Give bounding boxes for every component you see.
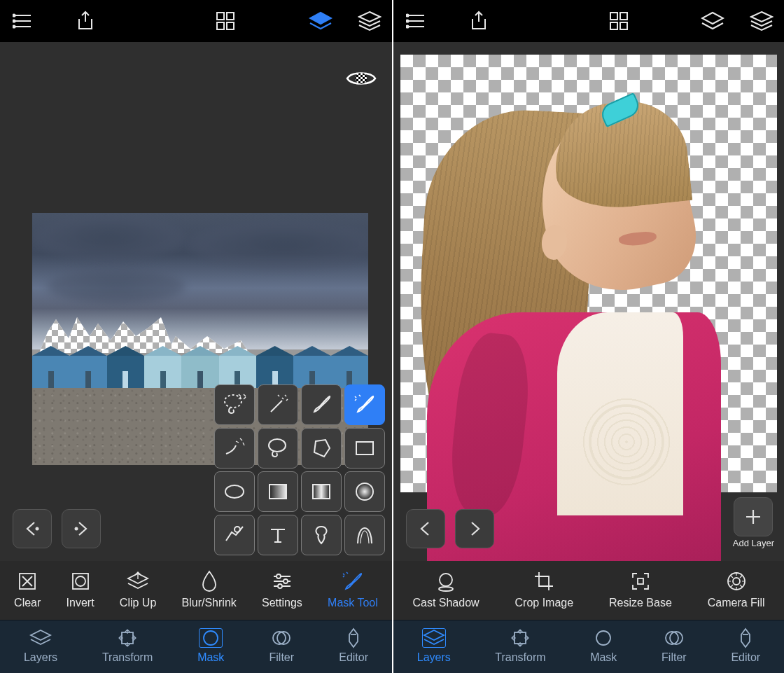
canvas[interactable] [0, 42, 392, 561]
canvas[interactable]: Add Layer [393, 42, 784, 561]
layers-stack-icon[interactable] [748, 7, 776, 35]
redo-button[interactable] [62, 509, 101, 548]
share-icon[interactable] [71, 7, 99, 35]
undo-button[interactable] [406, 509, 445, 548]
svg-rect-38 [610, 13, 617, 20]
svg-point-15 [225, 395, 241, 408]
mask-editor-screen: Clear Invert Clip Up Blur/Shrink Setting… [0, 0, 392, 673]
invert-button[interactable]: Invert [66, 570, 94, 609]
nav-filter[interactable]: Filter [662, 627, 687, 664]
svg-marker-43 [751, 12, 772, 22]
ellipse-tool-icon[interactable] [214, 471, 255, 512]
list-icon[interactable] [8, 7, 36, 35]
mask-tool-palette [214, 384, 385, 555]
svg-point-32 [204, 631, 218, 645]
svg-rect-19 [270, 485, 286, 499]
camerafill-button[interactable]: Camera Fill [708, 570, 765, 609]
clipup-label: Clip Up [120, 597, 156, 609]
invert-label: Invert [66, 597, 94, 609]
brush-tool-icon[interactable] [301, 384, 342, 425]
nav-filter[interactable]: Filter [269, 627, 294, 664]
undo-button[interactable] [13, 509, 52, 548]
wand-tool-icon[interactable] [258, 384, 298, 425]
auto-brush-tool-icon[interactable] [344, 384, 385, 425]
svg-point-37 [406, 25, 408, 27]
blurshrink-label: Blur/Shrink [182, 597, 237, 609]
shape-tool-icon[interactable] [301, 515, 342, 555]
svg-point-36 [406, 20, 408, 22]
svg-rect-4 [227, 13, 234, 20]
bottom-nav: Layers Transform Mask Filter Editor [0, 620, 392, 673]
svg-point-35 [406, 14, 408, 16]
grid-icon[interactable] [211, 7, 239, 35]
svg-marker-49 [424, 630, 444, 640]
edge-detect-tool-icon[interactable] [214, 428, 255, 469]
threshold-tool-icon[interactable] [214, 515, 255, 555]
svg-marker-42 [702, 13, 723, 24]
bottom-nav: Layers Transform Mask Filter Editor [393, 620, 784, 673]
selected-layer-icon[interactable] [699, 7, 727, 35]
gradient-reflected-tool-icon[interactable] [301, 471, 342, 512]
add-layer-button[interactable]: Add Layer [733, 497, 774, 548]
nav-mask[interactable]: Mask [590, 627, 617, 664]
svg-rect-31 [122, 632, 133, 644]
masktool-label: Mask Tool [328, 597, 378, 609]
svg-point-16 [269, 439, 286, 452]
hair-tool-icon[interactable] [344, 515, 385, 555]
masktool-button[interactable]: Mask Tool [328, 570, 378, 609]
nav-mask[interactable]: Mask [197, 627, 224, 664]
nav-editor[interactable]: Editor [339, 627, 368, 664]
free-lasso-tool-icon[interactable] [258, 428, 298, 469]
svg-rect-20 [313, 485, 330, 499]
gradient-radial-tool-icon[interactable] [344, 471, 385, 512]
grid-icon[interactable] [605, 7, 633, 35]
nav-transform[interactable]: Transform [102, 627, 153, 664]
redo-button[interactable] [455, 509, 494, 548]
list-icon[interactable] [402, 7, 430, 35]
svg-rect-39 [620, 13, 627, 20]
svg-point-14 [75, 527, 78, 531]
svg-point-25 [76, 576, 85, 586]
svg-rect-50 [514, 632, 526, 644]
svg-rect-5 [217, 22, 224, 29]
nav-layers[interactable]: Layers [417, 627, 451, 664]
svg-point-12 [356, 73, 367, 84]
composite-image [400, 55, 777, 492]
svg-rect-6 [227, 22, 234, 29]
visibility-toggle-icon[interactable] [346, 69, 377, 91]
settings-button[interactable]: Settings [262, 570, 302, 609]
clear-label: Clear [14, 597, 41, 609]
cropimage-button[interactable]: Crop Image [515, 570, 574, 609]
castshadow-button[interactable]: Cast Shadow [412, 570, 479, 609]
svg-marker-30 [31, 630, 50, 640]
resizebase-button[interactable]: Resize Base [609, 570, 672, 609]
blurshrink-button[interactable]: Blur/Shrink [182, 570, 237, 609]
svg-point-18 [225, 485, 244, 498]
nav-layers[interactable]: Layers [24, 627, 57, 664]
add-layer-label: Add Layer [733, 538, 774, 548]
text-tool-icon[interactable] [258, 515, 298, 555]
svg-rect-40 [610, 22, 617, 29]
svg-point-45 [439, 587, 453, 591]
nav-transform[interactable]: Transform [495, 627, 545, 664]
nav-editor[interactable]: Editor [731, 627, 760, 664]
polygon-lasso-tool-icon[interactable] [301, 428, 342, 469]
svg-point-21 [356, 483, 373, 500]
layer-actions-bar: Cast Shadow Crop Image Resize Base Camer… [393, 561, 784, 620]
lasso-auto-tool-icon[interactable] [214, 384, 255, 425]
gradient-linear-tool-icon[interactable] [258, 471, 298, 512]
svg-point-1 [13, 20, 15, 22]
layers-stack-icon[interactable] [356, 7, 384, 35]
top-toolbar [393, 0, 784, 42]
clear-button[interactable]: Clear [14, 570, 41, 609]
cutout-subject [451, 102, 770, 492]
history-controls [406, 509, 494, 548]
mask-actions-bar: Clear Invert Clip Up Blur/Shrink Setting… [0, 561, 392, 620]
share-icon[interactable] [465, 7, 493, 35]
svg-rect-41 [620, 22, 627, 29]
svg-marker-7 [310, 13, 331, 24]
rectangle-tool-icon[interactable] [344, 428, 385, 469]
clipup-button[interactable]: Clip Up [120, 570, 156, 609]
selected-layer-icon[interactable] [307, 7, 335, 35]
svg-point-27 [276, 574, 281, 578]
